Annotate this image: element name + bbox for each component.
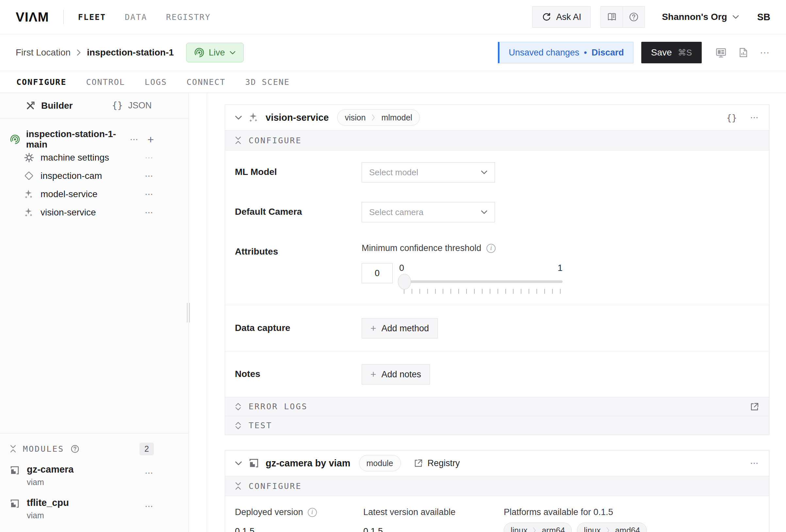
- sparkles-icon: [24, 208, 34, 217]
- tab-control[interactable]: CONTROL: [86, 77, 125, 87]
- save-button[interactable]: Save ⌘S: [641, 42, 702, 63]
- chevron-down-icon: [733, 15, 739, 19]
- control-monitor-button[interactable]: [715, 47, 726, 58]
- model-service-menu[interactable]: ⋯: [145, 190, 154, 198]
- nav-data[interactable]: DATA: [125, 13, 147, 22]
- breadcrumb-location[interactable]: First Location: [16, 47, 71, 58]
- threshold-slider: 0 1: [399, 263, 562, 294]
- modules-count-badge: 2: [139, 442, 154, 455]
- vision-service-menu[interactable]: ⋯: [145, 208, 154, 217]
- external-link-icon: [414, 459, 423, 468]
- notes-label: Notes: [235, 364, 362, 385]
- gz-camera-card-menu[interactable]: ⋯: [750, 459, 759, 467]
- toolbar-overflow-menu[interactable]: ⋯: [760, 48, 770, 57]
- ml-model-placeholder: Select model: [369, 167, 418, 177]
- configure-section-bar: CONFIGURE: [225, 476, 769, 496]
- tab-connect[interactable]: CONNECT: [187, 77, 225, 87]
- chevron-down-icon[interactable]: [235, 115, 242, 120]
- module-name: gz-camera: [27, 464, 73, 475]
- help-icon[interactable]: [71, 444, 79, 453]
- live-status-badge[interactable]: Live: [186, 43, 244, 62]
- deployed-version-column: Deployed version i 0.1.5: [235, 507, 363, 532]
- default-camera-select[interactable]: Select camera: [362, 202, 495, 222]
- gz-camera-module-menu[interactable]: ⋯: [145, 468, 154, 478]
- add-notes-button[interactable]: + Add notes: [362, 364, 430, 385]
- tflite-cpu-module-menu[interactable]: ⋯: [145, 501, 154, 511]
- card-title: gz-camera by viam: [265, 458, 350, 469]
- platform-tags: linux arm64 linux amd64: [504, 523, 759, 532]
- add-method-button[interactable]: + Add method: [362, 318, 438, 338]
- save-label: Save: [651, 47, 672, 58]
- info-icon[interactable]: i: [486, 244, 495, 253]
- tree-item-label: inspection-station-1-main: [26, 129, 130, 150]
- threshold-value-input[interactable]: 0: [362, 263, 393, 283]
- tree-item-vision-service[interactable]: vision-service ⋯: [0, 203, 188, 222]
- builder-label: Builder: [41, 100, 72, 111]
- json-mode-button[interactable]: {} JSON: [112, 100, 152, 111]
- plus-icon: +: [370, 369, 376, 379]
- user-avatar[interactable]: SB: [757, 12, 770, 23]
- error-logs-bar: ERROR LOGS: [225, 397, 769, 416]
- unsaved-changes-label: Unsaved changes: [509, 48, 579, 58]
- configure-section-bar: CONFIGURE: [225, 130, 769, 150]
- inspection-cam-menu[interactable]: ⋯: [145, 172, 154, 180]
- help-button[interactable]: [623, 6, 645, 27]
- collapse-icon[interactable]: [10, 445, 16, 453]
- report-file-icon: [738, 47, 748, 58]
- data-capture-field: Data capture + Add method: [225, 305, 769, 352]
- sidebar-drag-handle[interactable]: [187, 303, 190, 322]
- gz-camera-module-card: gz-camera by viam module Registry ⋯ CONF…: [225, 450, 769, 532]
- open-logs-external-icon[interactable]: [750, 402, 759, 411]
- ask-ai-button[interactable]: Ask AI: [532, 6, 591, 28]
- discard-button[interactable]: Discard: [592, 48, 624, 58]
- builder-mode-button[interactable]: Builder: [25, 100, 72, 111]
- platform-tag-linux-amd64: linux amd64: [577, 523, 647, 532]
- module-item-tflite-cpu[interactable]: tflite_cpu viam ⋯: [0, 492, 188, 526]
- deployed-version-label: Deployed version: [235, 507, 303, 517]
- tree-item-model-service[interactable]: model-service ⋯: [0, 185, 188, 203]
- nav-fleet[interactable]: FLEET: [78, 13, 106, 22]
- platform-tag-linux-arm64: linux arm64: [504, 523, 572, 532]
- platform-arch: amd64: [610, 526, 645, 532]
- ml-model-select[interactable]: Select model: [362, 162, 495, 183]
- tab-logs[interactable]: LOGS: [145, 77, 167, 87]
- latest-version-value: 0.1.5: [363, 527, 504, 532]
- tree-item-machine-settings[interactable]: machine settings ⋯: [0, 148, 188, 167]
- slider-max-label: 1: [558, 263, 562, 273]
- add-component-button[interactable]: +: [147, 134, 154, 145]
- viam-logo[interactable]: VIΛM: [16, 10, 49, 24]
- module-icon: [249, 458, 259, 468]
- registry-link[interactable]: Registry: [414, 458, 460, 468]
- chevron-down-icon: [481, 210, 487, 214]
- tree-item-inspection-cam[interactable]: inspection-cam ⋯: [0, 167, 188, 185]
- machine-settings-menu[interactable]: ⋯: [145, 153, 154, 162]
- slider-track[interactable]: [399, 280, 562, 283]
- editor-mode-toggle: Builder {} JSON: [0, 93, 188, 119]
- nav-registry[interactable]: REGISTRY: [166, 13, 210, 22]
- breadcrumb-machine-name: inspection-station-1: [87, 47, 174, 58]
- collapse-icon[interactable]: [235, 137, 241, 144]
- expand-icon[interactable]: [235, 422, 241, 430]
- info-icon[interactable]: i: [308, 508, 317, 517]
- expand-icon[interactable]: [235, 403, 241, 411]
- tools-icon: [25, 101, 35, 111]
- main-part-menu[interactable]: ⋯: [130, 135, 139, 144]
- module-item-gz-camera[interactable]: gz-camera viam ⋯: [0, 459, 188, 492]
- tree-item-main-part[interactable]: inspection-station-1-main ⋯ +: [0, 130, 188, 148]
- registry-label: Registry: [427, 458, 460, 468]
- vision-service-card-menu[interactable]: ⋯: [750, 113, 759, 122]
- tab-3d-scene[interactable]: 3D SCENE: [245, 77, 290, 87]
- json-view-icon[interactable]: {}: [726, 113, 737, 123]
- tab-configure[interactable]: CONFIGURE: [16, 77, 66, 87]
- configure-section-label: CONFIGURE: [249, 481, 302, 491]
- org-name: Shannon's Org: [662, 12, 727, 22]
- chevron-down-icon[interactable]: [235, 461, 242, 466]
- error-logs-label: ERROR LOGS: [249, 402, 308, 411]
- logs-report-button[interactable]: [738, 47, 748, 58]
- collapse-icon[interactable]: [235, 482, 241, 490]
- docs-button[interactable]: [601, 6, 623, 27]
- org-switcher[interactable]: Shannon's Org: [662, 12, 739, 22]
- slider-handle[interactable]: [398, 274, 411, 290]
- ml-model-field: ML Model Select model: [225, 150, 769, 192]
- platform-os: linux: [579, 526, 606, 532]
